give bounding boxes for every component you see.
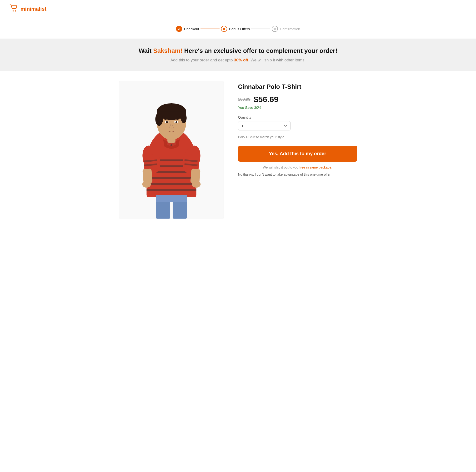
svg-rect-31 <box>156 195 187 202</box>
svg-rect-8 <box>146 177 196 179</box>
svg-point-23 <box>155 113 163 126</box>
step-checkout: Checkout <box>176 26 199 32</box>
svg-point-34 <box>142 181 151 188</box>
product-image-container <box>119 81 224 219</box>
quantity-label: Quantity <box>238 115 357 119</box>
cart-icon <box>10 4 18 14</box>
logo-text: minimalist <box>20 6 46 12</box>
quantity-select[interactable]: 1 2 3 4 5 <box>238 121 290 130</box>
step-bonus-offers-circle <box>221 26 227 32</box>
svg-point-35 <box>192 181 201 188</box>
step-bonus-offers-label: Bonus Offers <box>229 27 250 31</box>
svg-point-1 <box>15 11 16 12</box>
step-confirmation-circle <box>272 26 278 32</box>
svg-rect-10 <box>146 189 196 191</box>
step-line-2 <box>251 29 270 29</box>
svg-point-0 <box>13 11 14 12</box>
product-details: Cinnabar Polo T-Shirt $80.99 $56.69 You … <box>238 81 357 176</box>
svg-point-24 <box>181 113 187 123</box>
original-price: $80.99 <box>238 97 251 102</box>
step-line-1 <box>201 29 220 29</box>
savings-text: You Save 30% <box>238 105 357 110</box>
stepper: Checkout Bonus Offers Confirmation <box>0 18 476 39</box>
decline-offer-button[interactable]: No thanks, I don't want to take advantag… <box>238 173 330 176</box>
product-description: Polo T-Shirt to match your style <box>238 135 357 139</box>
step-checkout-circle <box>176 26 182 32</box>
step-checkout-label: Checkout <box>184 27 199 31</box>
offer-banner: Wait Saksham! Here's an exclusive offer … <box>0 39 476 71</box>
product-name: Cinnabar Polo T-Shirt <box>238 83 357 90</box>
banner-subtitle: Add this to your order and get upto 30% … <box>5 58 471 63</box>
svg-point-27 <box>166 121 168 123</box>
svg-point-28 <box>175 121 177 123</box>
logo: minimalist <box>10 4 46 14</box>
step-confirmation: Confirmation <box>272 26 300 32</box>
step-bonus-offers: Bonus Offers <box>221 26 250 32</box>
product-section: Cinnabar Polo T-Shirt $80.99 $56.69 You … <box>112 81 364 219</box>
site-header: minimalist <box>0 0 476 18</box>
sale-price: $56.69 <box>254 95 279 104</box>
add-to-order-button[interactable]: Yes, Add this to my order <box>238 146 357 162</box>
svg-point-36 <box>170 144 172 146</box>
product-image <box>119 81 224 219</box>
step-confirmation-label: Confirmation <box>280 27 300 31</box>
price-row: $80.99 $56.69 <box>238 95 357 104</box>
ship-note: We will ship it out to you free in same … <box>238 165 357 169</box>
svg-rect-9 <box>146 183 196 185</box>
banner-title: Wait Saksham! Here's an exclusive offer … <box>5 47 471 54</box>
